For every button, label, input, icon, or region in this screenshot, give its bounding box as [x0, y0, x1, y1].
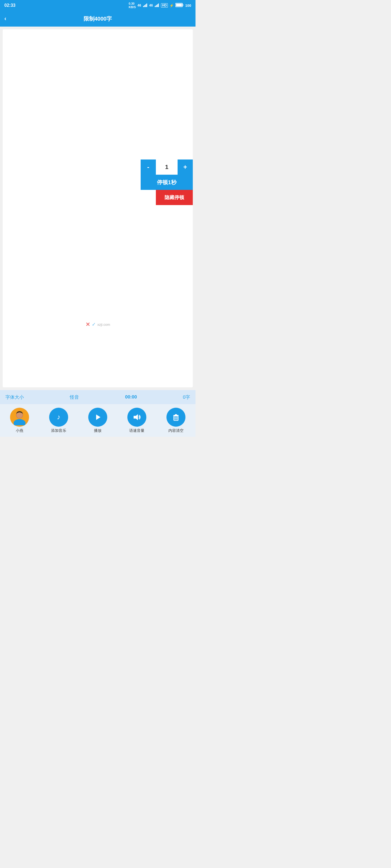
nav-label-play: 播放 — [94, 428, 102, 433]
hide-pause-button[interactable]: 隐藏停顿 — [156, 190, 193, 205]
nav-label-trash: 内容清空 — [168, 428, 184, 433]
signal-bars-1 — [143, 3, 148, 8]
volume-icon-circle — [127, 408, 146, 427]
signal-bars-2 — [155, 3, 159, 8]
page-title: 限制4000字 — [84, 15, 112, 23]
nav-item-volume[interactable]: 语速音量 — [127, 408, 146, 433]
svg-marker-16 — [134, 414, 138, 420]
hd-badge: HD — [161, 3, 168, 8]
counter-value-input[interactable] — [156, 159, 177, 175]
svg-rect-7 — [158, 3, 159, 7]
nav-item-music[interactable]: ♪ 添加音乐 — [49, 408, 68, 433]
counter-plus-button[interactable]: + — [177, 159, 193, 175]
music-icon: ♪ — [54, 412, 63, 422]
avatar-icon — [10, 408, 29, 427]
counter-row: - + — [141, 159, 193, 175]
word-count-display: 0字 — [183, 394, 190, 400]
svg-rect-6 — [157, 4, 158, 7]
battery-percent: 100 — [185, 3, 191, 8]
svg-rect-17 — [173, 415, 179, 416]
bottom-toolbar: 字体大小 怪音 00:00 0字 — [0, 390, 196, 404]
svg-rect-9 — [183, 4, 183, 6]
svg-point-12 — [13, 419, 26, 425]
watermark-text: xzji.com — [97, 322, 110, 327]
music-icon-circle: ♪ — [49, 408, 68, 427]
play-icon-circle — [88, 408, 107, 427]
signal-4g-1: 46 — [137, 3, 141, 7]
status-time: 02:33 — [4, 3, 16, 8]
header: ‹ 限制4000字 — [0, 11, 196, 27]
svg-marker-15 — [96, 414, 101, 420]
svg-rect-10 — [176, 4, 182, 6]
svg-text:♪: ♪ — [57, 413, 60, 421]
main-content-area[interactable]: - + 停顿1秒 隐藏停顿 ✕ ✓ xzji.com — [3, 29, 193, 388]
volume-icon — [132, 412, 142, 422]
network-speed: 0.30KB/S — [129, 2, 136, 9]
nav-item-play[interactable]: 播放 — [88, 408, 107, 433]
status-bar: 02:33 0.30KB/S 46 46 HD ⚡ — [0, 0, 196, 11]
trash-icon — [171, 412, 181, 422]
bottom-nav: 小燕 ♪ 添加音乐 播放 语速音量 — [0, 404, 196, 437]
svg-rect-1 — [144, 5, 145, 7]
pause-button[interactable]: 停顿1秒 — [141, 175, 193, 190]
svg-rect-3 — [146, 3, 147, 7]
nav-label-volume: 语速音量 — [129, 428, 144, 433]
svg-point-13 — [17, 412, 23, 418]
nav-item-trash[interactable]: 内容清空 — [166, 408, 186, 433]
back-button[interactable]: ‹ — [4, 15, 6, 22]
nav-label-music: 添加音乐 — [51, 428, 66, 433]
svg-rect-4 — [155, 6, 156, 7]
signal-4g-2: 46 — [149, 3, 153, 7]
battery-icon — [175, 3, 184, 8]
status-right: 0.30KB/S 46 46 HD ⚡ — [129, 2, 191, 9]
play-icon — [93, 412, 103, 422]
font-size-button[interactable]: 字体大小 — [5, 394, 24, 400]
svg-rect-0 — [143, 6, 144, 7]
trash-icon-circle — [166, 408, 186, 427]
voice-button[interactable]: 怪音 — [70, 394, 79, 400]
float-controls: - + 停顿1秒 隐藏停顿 — [141, 159, 193, 205]
watermark: ✕ ✓ xzji.com — [86, 321, 110, 328]
lightning-icon: ⚡ — [169, 3, 174, 8]
watermark-check-icon: ✓ — [92, 321, 96, 328]
nav-label-avatar: 小燕 — [16, 428, 23, 433]
nav-item-avatar[interactable]: 小燕 — [10, 408, 29, 433]
svg-rect-5 — [156, 5, 157, 7]
timer-display: 00:00 — [125, 394, 137, 400]
counter-minus-button[interactable]: - — [141, 159, 156, 175]
svg-rect-2 — [145, 4, 146, 7]
svg-rect-18 — [175, 414, 177, 415]
